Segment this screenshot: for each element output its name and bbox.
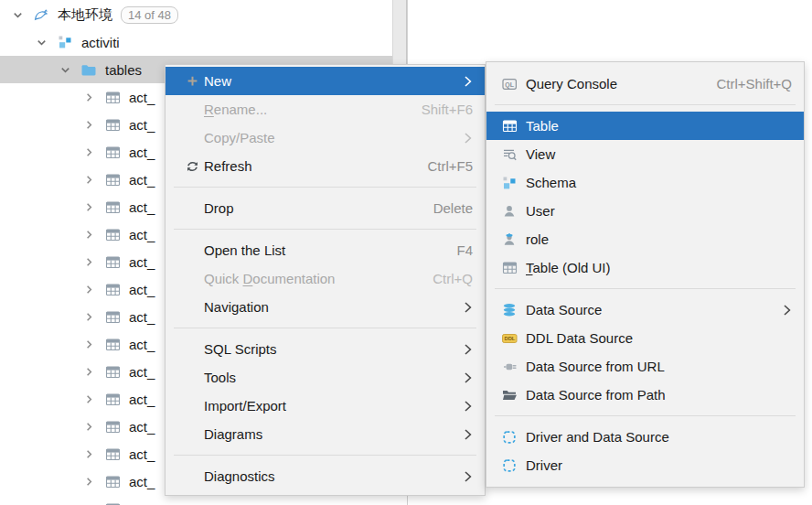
- chevron-right-icon[interactable]: [80, 254, 97, 269]
- menu-item-drop[interactable]: DropDelete: [166, 194, 485, 222]
- table-icon: [104, 199, 121, 214]
- menu-item-import-export[interactable]: Import/Export: [166, 392, 485, 420]
- chevron-right-icon[interactable]: [80, 474, 97, 489]
- menu-item-data-source[interactable]: Data Source: [486, 295, 804, 324]
- ddl-icon: DDL: [500, 331, 518, 346]
- menu-item-navigation[interactable]: Navigation: [166, 293, 485, 321]
- chevron-right-icon[interactable]: [80, 172, 97, 187]
- schema-icon: [500, 176, 518, 190]
- chevron-right-icon[interactable]: [80, 446, 97, 461]
- menu-item-shortcut: Shift+F6: [422, 102, 473, 117]
- blank-icon: [180, 399, 204, 414]
- tree-row-本地环境[interactable]: 本地环境14 of 48: [0, 1, 407, 28]
- table-icon: [104, 90, 121, 104]
- chevron-right-icon[interactable]: [80, 392, 97, 406]
- blank-icon: [180, 427, 204, 442]
- chevron-right-icon[interactable]: [80, 282, 97, 296]
- chevron-down-icon[interactable]: [33, 35, 49, 49]
- menu-separator: [174, 455, 476, 456]
- svg-text:DDL: DDL: [504, 336, 515, 341]
- menu-item-label: New: [204, 73, 231, 89]
- chevron-right-icon[interactable]: [80, 309, 97, 324]
- tree-row-label: tables: [105, 62, 142, 78]
- submenu-arrow-icon: [464, 75, 475, 88]
- chevron-right-icon[interactable]: [80, 337, 97, 351]
- menu-item-table[interactable]: Table: [486, 112, 804, 140]
- menu-item-label: Schema: [526, 175, 576, 190]
- chevron-down-icon[interactable]: [9, 7, 26, 22]
- tree-row-label: act_: [129, 117, 155, 133]
- menu-item-label: Driver: [526, 457, 562, 473]
- menu-item-user[interactable]: User: [486, 197, 804, 225]
- submenu-arrow-icon: [464, 132, 475, 145]
- menu-item-label: User: [526, 203, 555, 219]
- blank-icon: [180, 102, 204, 117]
- chevron-right-icon[interactable]: [80, 90, 97, 104]
- menu-item-tools[interactable]: Tools: [166, 363, 485, 392]
- menu-item-label: Navigation: [204, 299, 269, 315]
- chevron-right-icon[interactable]: [80, 419, 97, 434]
- tree-row-label: act_: [129, 227, 155, 242]
- menu-item-new[interactable]: New: [166, 67, 485, 95]
- chevron-right-icon[interactable]: [80, 117, 97, 132]
- blank-icon: [180, 342, 204, 357]
- chevron-down-icon[interactable]: [57, 62, 73, 77]
- tree-row-activiti[interactable]: activiti: [0, 28, 407, 56]
- chevron-right-icon[interactable]: [80, 199, 97, 214]
- menu-item-ddl-data-source[interactable]: DDLDDL Data Source: [486, 324, 804, 352]
- menu-separator: [174, 229, 476, 230]
- context-menu: NewRename...Shift+F6Copy/PasteRefreshCtr…: [165, 64, 486, 496]
- table-icon: [500, 261, 518, 275]
- menu-item-label: Copy/Paste: [204, 130, 275, 145]
- submenu-arrow-icon: [464, 301, 475, 314]
- menu-item-sql-scripts[interactable]: SQL Scripts: [166, 335, 485, 363]
- menu-item-label: Drop: [204, 200, 234, 216]
- tree-row-label: act_: [129, 145, 155, 160]
- menu-item-view[interactable]: View: [486, 140, 804, 168]
- menu-item-label: Data Source from URL: [526, 359, 665, 374]
- vertical-scrollbar[interactable]: [392, 0, 407, 69]
- menu-item-role[interactable]: role: [486, 225, 804, 253]
- chevron-right-icon[interactable]: [80, 145, 97, 159]
- blank-icon: [180, 469, 204, 484]
- menu-item-shortcut: Ctrl+Shift+Q: [716, 76, 792, 91]
- table-white-icon: [500, 119, 518, 134]
- blank-icon: [180, 371, 204, 385]
- tree-count-badge: 14 of 48: [121, 6, 178, 24]
- tree-row-act-18[interactable]: act_: [0, 495, 407, 505]
- table-icon: [104, 172, 121, 187]
- blank-icon: [180, 131, 204, 145]
- menu-item-table-old-ui[interactable]: Table (Old UI): [486, 253, 804, 282]
- menu-item-driver-and-data-source[interactable]: Driver and Data Source: [486, 423, 804, 451]
- chevron-right-icon[interactable]: [80, 227, 97, 242]
- chevron-right-icon[interactable]: [80, 364, 97, 379]
- menu-item-schema[interactable]: Schema: [486, 168, 804, 197]
- submenu-arrow-icon: [464, 400, 475, 413]
- menu-item-data-source-from-path[interactable]: Data Source from Path: [486, 381, 804, 409]
- menu-item-label: Import/Export: [204, 398, 286, 414]
- tree-row-label: act_: [129, 364, 155, 380]
- datagrip-database-explorer: { "colors": { "selection_blue": "#2874bf…: [0, 0, 812, 505]
- folder-icon: [80, 62, 97, 77]
- submenu-arrow-icon: [783, 304, 794, 317]
- menu-item-label: Diagrams: [204, 426, 262, 442]
- menu-item-driver[interactable]: Driver: [486, 451, 804, 479]
- menu-item-label: View: [526, 146, 555, 162]
- table-icon: [104, 282, 121, 296]
- menu-item-open-the-list[interactable]: Open the ListF4: [166, 236, 485, 264]
- plug-icon: [500, 360, 518, 374]
- menu-item-diagrams[interactable]: Diagrams: [166, 420, 485, 448]
- table-icon: [104, 474, 121, 489]
- svg-text:QL: QL: [505, 81, 514, 88]
- tree-row-label: act_: [129, 254, 155, 270]
- menu-separator: [495, 415, 796, 416]
- menu-item-label: Rename...: [204, 102, 267, 117]
- refresh-icon: [180, 159, 204, 174]
- table-icon: [104, 364, 121, 379]
- chevron-right-icon[interactable]: [80, 501, 97, 505]
- menu-item-query-console[interactable]: QLQuery ConsoleCtrl+Shift+Q: [486, 70, 804, 98]
- menu-item-refresh[interactable]: RefreshCtrl+F5: [166, 152, 485, 180]
- menu-item-data-source-from-url[interactable]: Data Source from URL: [486, 352, 804, 381]
- menu-item-quick-documentation: Quick DocumentationCtrl+Q: [166, 264, 485, 293]
- menu-item-diagnostics[interactable]: Diagnostics: [166, 462, 485, 490]
